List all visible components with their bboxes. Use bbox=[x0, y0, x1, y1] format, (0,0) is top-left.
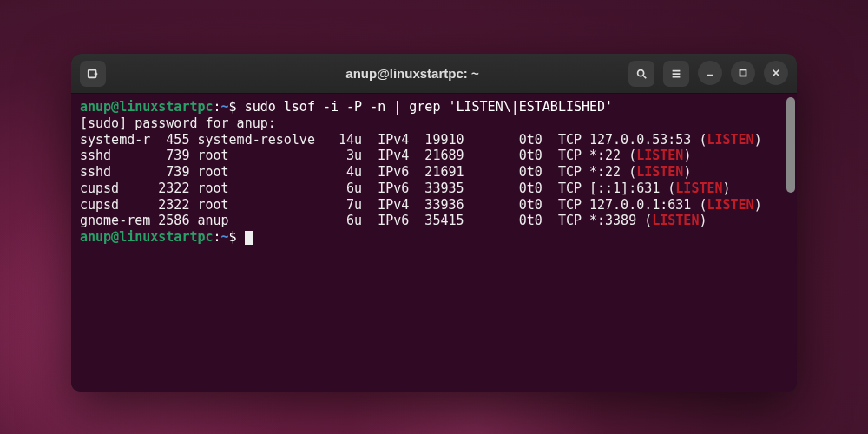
close-icon bbox=[770, 67, 782, 79]
scrollbar-thumb[interactable] bbox=[786, 97, 795, 193]
sudo-prompt: [sudo] password for anup: bbox=[80, 115, 788, 132]
output-row: systemd-r 455 systemd-resolve 14u IPv4 1… bbox=[80, 132, 788, 148]
prompt-line-2: anup@linuxstartpc:~$ bbox=[80, 229, 788, 246]
output-row: sshd 739 root 3u IPv4 21689 0t0 TCP *:22… bbox=[80, 148, 788, 164]
prompt-line-1: anup@linuxstartpc:~$ sudo lsof -i -P -n … bbox=[80, 99, 788, 115]
new-tab-button[interactable] bbox=[80, 61, 106, 87]
output-row: cupsd 2322 root 6u IPv6 33935 0t0 TCP [:… bbox=[80, 181, 788, 197]
terminal-body[interactable]: anup@linuxstartpc:~$ sudo lsof -i -P -n … bbox=[71, 94, 797, 392]
prompt-user: anup@linuxstartpc bbox=[80, 99, 214, 115]
maximize-icon bbox=[737, 67, 749, 79]
prompt-path: ~ bbox=[221, 99, 229, 115]
menu-button[interactable] bbox=[663, 61, 689, 87]
listen-state: LISTEN bbox=[636, 148, 683, 163]
minimize-icon bbox=[704, 67, 716, 79]
terminal-window: anup@linuxstartpc: ~ anup@linuxstartpc:~… bbox=[71, 54, 797, 392]
svg-line-4 bbox=[643, 75, 647, 78]
listen-state: LISTEN bbox=[652, 213, 699, 228]
titlebar: anup@linuxstartpc: ~ bbox=[71, 54, 797, 94]
output-row: sshd 739 root 4u IPv6 21691 0t0 TCP *:22… bbox=[80, 164, 788, 181]
output-row: cupsd 2322 root 7u IPv4 33936 0t0 TCP 12… bbox=[80, 197, 788, 214]
maximize-button[interactable] bbox=[731, 61, 755, 85]
listen-state: LISTEN bbox=[707, 197, 753, 213]
minimize-button[interactable] bbox=[698, 61, 722, 85]
search-icon bbox=[635, 68, 648, 80]
listen-state: LISTEN bbox=[636, 164, 683, 180]
new-tab-icon bbox=[87, 68, 99, 80]
output-row: gnome-rem 2586 anup 6u IPv6 35415 0t0 TC… bbox=[80, 213, 788, 229]
svg-point-3 bbox=[638, 69, 644, 76]
cursor bbox=[245, 231, 253, 245]
hamburger-icon bbox=[670, 68, 682, 80]
search-button[interactable] bbox=[628, 61, 654, 87]
listen-state: LISTEN bbox=[707, 132, 753, 148]
listen-state: LISTEN bbox=[675, 181, 722, 196]
svg-rect-9 bbox=[740, 69, 746, 76]
command-output: systemd-r 455 systemd-resolve 14u IPv4 1… bbox=[80, 132, 788, 230]
command-text: sudo lsof -i -P -n | grep 'LISTEN\|ESTAB… bbox=[245, 99, 613, 115]
close-button[interactable] bbox=[764, 61, 788, 85]
window-title: anup@linuxstartpc: ~ bbox=[201, 66, 623, 81]
